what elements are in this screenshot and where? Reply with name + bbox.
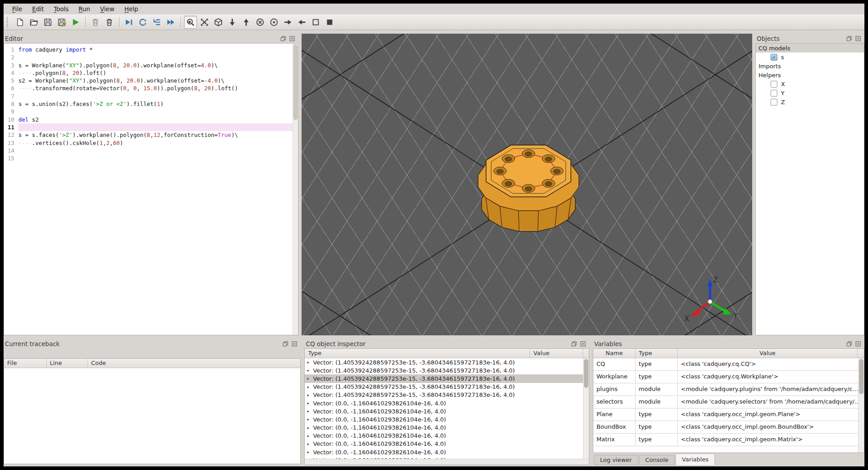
shaded-button[interactable] <box>323 16 336 29</box>
inspector-row[interactable]: ▸Vector: (1.4053924288597253e-15, -3.680… <box>305 374 583 382</box>
delete-button[interactable] <box>89 16 102 29</box>
expander-icon[interactable]: ▸ <box>307 368 313 373</box>
variable-row[interactable]: selectorsmodule<module 'cadquery.selecto… <box>593 396 864 409</box>
inspector-row[interactable]: ▸Vector: (0.0, -1.1604610293826104e-16, … <box>305 448 583 456</box>
expander-icon[interactable]: ▸ <box>307 376 313 381</box>
column-header-name[interactable]: Name <box>593 349 636 358</box>
tab-log-viewer[interactable]: Log viewer <box>594 455 638 465</box>
view-left-button[interactable] <box>281 16 294 29</box>
inspector-row[interactable]: ▸Vector: (1.4053924288597253e-15, -3.680… <box>305 366 583 374</box>
checkbox-x[interactable] <box>771 81 777 88</box>
scrollbar-thumb[interactable] <box>584 359 588 388</box>
debug-button[interactable] <box>123 16 136 29</box>
editor-scrollbar[interactable] <box>293 44 298 335</box>
close-panel-icon[interactable] <box>292 341 298 347</box>
inspector-hscrollbar[interactable] <box>305 459 589 465</box>
expander-icon[interactable]: ▸ <box>307 434 313 438</box>
code-line[interactable]: 1from cadquery import * <box>4 46 298 53</box>
inspector-row[interactable]: ▸Vector: (0.0, -1.1604610293826104e-16, … <box>305 440 583 448</box>
float-panel-icon[interactable] <box>281 35 287 41</box>
variable-row[interactable]: Planetype<class 'cadquery.occ_impl.geom.… <box>593 409 864 421</box>
inspector-row[interactable]: ▸Vector: (0.0, -1.1604610293826104e-16, … <box>305 399 583 407</box>
float-panel-icon[interactable] <box>571 341 578 347</box>
fit-view-button[interactable] <box>198 16 211 29</box>
tree-item-imports[interactable]: Imports <box>756 61 864 70</box>
toolbar-grip[interactable] <box>7 17 10 27</box>
code-line[interactable]: 11 <box>4 123 298 131</box>
tree-item-s[interactable]: ✓s <box>756 53 864 61</box>
tab-variables[interactable]: Variables <box>675 453 715 465</box>
column-header-type[interactable]: Type <box>636 349 678 358</box>
delete-all-button[interactable] <box>103 16 116 29</box>
variable-row[interactable]: Workplanetype<class 'cadquery.cq.Workpla… <box>593 371 864 383</box>
code-line[interactable]: 3s = Workplane("XY").polygon(8, 20.0).wo… <box>4 61 298 69</box>
code-line[interactable]: 10del s2 <box>4 116 298 123</box>
menu-tools[interactable]: Tools <box>49 4 74 14</box>
inspector-row[interactable]: ▸Vector: (0.0, -1.1604610293826104e-16, … <box>305 424 583 432</box>
inspector-row[interactable]: ▸Vector: (0.0, -1.1604610293826104e-16, … <box>305 415 583 423</box>
inspect-magnifier-button[interactable] <box>184 16 197 29</box>
variable-row[interactable]: CQtype<class 'cadquery.cq.CQ'> <box>593 358 864 371</box>
step-button[interactable] <box>136 16 149 29</box>
code-line[interactable]: 12s = s.faces('>Z').workplane().polygon(… <box>4 131 298 139</box>
iso-view-button[interactable] <box>212 16 225 29</box>
view-bottom-button[interactable] <box>226 16 239 29</box>
code-line[interactable]: 8s = s.union(s2).faces('>Z or <Z').fille… <box>4 100 298 108</box>
wireframe-button[interactable] <box>309 16 322 29</box>
view-front-button[interactable] <box>254 16 267 29</box>
code-line[interactable]: 9 <box>4 108 298 115</box>
save-as-button[interactable] <box>55 16 68 29</box>
menu-file[interactable]: File <box>7 4 27 14</box>
run-button[interactable] <box>69 16 82 29</box>
menu-edit[interactable]: Edit <box>27 4 49 14</box>
float-panel-icon[interactable] <box>283 341 289 347</box>
cad-model[interactable] <box>476 135 581 233</box>
code-line[interactable]: 2 <box>4 53 298 61</box>
new-file-button[interactable] <box>13 16 26 29</box>
code-editor[interactable]: 1from cadquery import *23s = Workplane("… <box>4 43 298 335</box>
scrollbar-thumb[interactable] <box>294 44 298 120</box>
column-header-file[interactable]: File <box>4 359 47 368</box>
close-panel-icon[interactable] <box>289 35 296 41</box>
inspector-row[interactable]: ▸Vector: (1.4053924288597253e-15, -3.680… <box>305 358 583 366</box>
expander-icon[interactable]: ▸ <box>307 450 313 454</box>
code-line[interactable]: 13····.vertices().cskHole(1,2,60) <box>4 139 298 147</box>
save-button[interactable] <box>41 16 54 29</box>
view-right-button[interactable] <box>295 16 308 29</box>
expander-icon[interactable]: ▸ <box>307 417 313 422</box>
inspector-row[interactable]: ▸Vector: (1.4053924288597253e-15, -3.680… <box>305 391 583 399</box>
expander-icon[interactable]: ▸ <box>307 393 313 397</box>
expander-icon[interactable]: ▸ <box>307 409 313 413</box>
column-header-value[interactable]: Value <box>530 349 583 358</box>
code-line[interactable]: 15 <box>4 154 298 162</box>
code-line[interactable]: 14 <box>4 147 298 154</box>
float-panel-icon[interactable] <box>846 341 853 347</box>
inspector-row[interactable]: ▸Vector: (1.4053924288597253e-15, -3.680… <box>305 383 583 391</box>
menu-view[interactable]: View <box>95 4 119 14</box>
expander-icon[interactable]: ▸ <box>307 401 313 405</box>
inspector-row[interactable]: ▸Vector: (0.0, -1.1604610293826104e-16, … <box>305 432 583 440</box>
tree-item-z[interactable]: Z <box>756 97 864 106</box>
float-panel-icon[interactable] <box>846 35 853 41</box>
column-header-line[interactable]: Line <box>47 359 88 368</box>
inspector-scrollbar[interactable] <box>583 358 589 459</box>
menu-help[interactable]: Help <box>119 4 143 14</box>
checkbox-y[interactable] <box>771 90 777 97</box>
expander-icon[interactable]: ▸ <box>307 442 313 446</box>
close-panel-icon[interactable] <box>855 35 862 41</box>
view-top-button[interactable] <box>240 16 253 29</box>
tree-item-helpers[interactable]: Helpers <box>756 70 864 79</box>
variable-row[interactable]: pluginsmodule<module 'cadquery.plugins' … <box>593 383 864 396</box>
continue-button[interactable] <box>164 16 177 29</box>
column-header-code[interactable]: Code <box>88 359 300 368</box>
expander-icon[interactable]: ▸ <box>307 360 313 365</box>
step-in-button[interactable] <box>150 16 163 29</box>
menu-run[interactable]: Run <box>74 4 95 14</box>
column-header-type[interactable]: Type <box>305 349 530 358</box>
checkbox-z[interactable] <box>771 99 777 105</box>
open-folder-button[interactable] <box>27 16 40 29</box>
code-line[interactable]: 4····.polygon(8, 20).loft() <box>4 69 298 77</box>
close-panel-icon[interactable] <box>580 341 587 347</box>
variables-scrollbar[interactable] <box>858 358 864 452</box>
tree-item-y[interactable]: Y <box>756 88 864 97</box>
